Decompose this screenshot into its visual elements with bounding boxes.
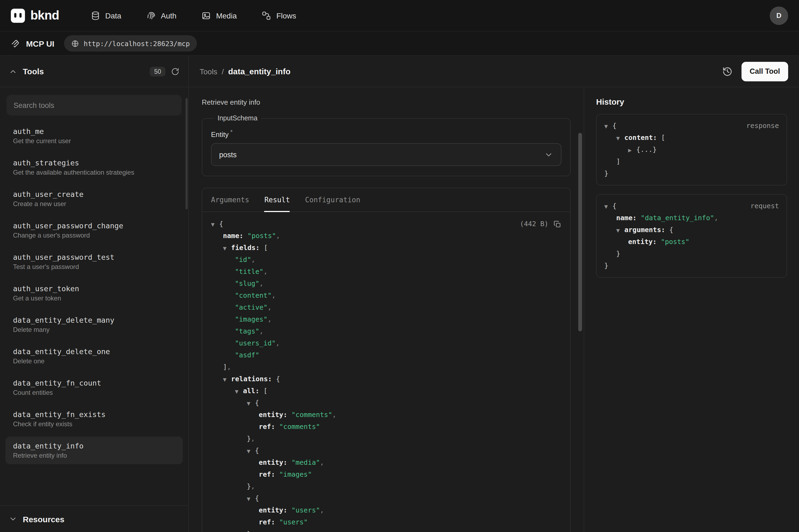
tool-description: Test a user's password [13,263,175,271]
sidebar-tool-auth_user_token[interactable]: auth_user_tokenGet a user token [5,279,183,307]
json-line: "content", [211,290,562,302]
sidebar-tool-data_entity_fn_count[interactable]: data_entity_fn_countCount entities [5,374,183,401]
entity-select[interactable]: posts [211,144,562,166]
tool-description: Delete many [13,326,175,334]
expand-caret-icon[interactable]: ▼ [616,224,624,236]
tool-name: auth_user_token [13,284,175,293]
json-line: ▼all: [ [211,385,562,397]
json-line: ▼{ [211,493,562,505]
globe-icon [71,39,79,48]
expand-caret-icon[interactable]: ▼ [211,218,219,230]
tool-description: Get the current user [13,137,175,145]
expand-caret-icon[interactable]: ▼ [235,385,243,398]
json-line: "images", [211,314,562,326]
history-entry-request[interactable]: ▼{requestname: "data_entity_info",▼argum… [596,194,787,278]
expand-caret-icon[interactable]: ▼ [604,120,612,132]
tool-description: Retrieve entity info [13,452,175,459]
sidebar-tool-data_entity_delete_one[interactable]: data_entity_delete_oneDelete one [5,342,183,370]
copy-button[interactable] [553,220,562,228]
tab-configuration[interactable]: Configuration [298,188,368,212]
tool-name: data_entity_fn_exists [13,410,175,419]
tool-description: Delete one [13,357,175,365]
tool-name: data_entity_info [13,441,175,450]
workflow-icon [262,11,271,20]
breadcrumb-root[interactable]: Tools [199,67,217,76]
json-line: name: "posts", [211,230,562,242]
main-scrollbar[interactable] [578,133,582,331]
mcp-bar: MCP UI http://localhost:28623/mcp [0,32,799,56]
sidebar-tool-auth_user_create[interactable]: auth_user_createCreate a new user [5,185,183,213]
json-line: entity: "users", [211,505,562,516]
sidebar-scrollbar[interactable] [186,98,188,209]
refresh-tools-button[interactable] [171,67,179,76]
tools-title: Tools [23,67,44,76]
json-line: entity: "comments", [211,409,562,421]
chevron-down-icon [9,515,17,523]
json-line: "users_id", [211,338,562,349]
expand-caret-icon[interactable]: ▼ [247,398,255,410]
nav-item-auth[interactable]: Auth [146,11,176,20]
sidebar-tool-data_entity_fn_exists[interactable]: data_entity_fn_existsCheck if entity exi… [5,405,183,433]
resources-section-header[interactable]: Resources [0,506,188,532]
chevron-down-icon [544,150,553,159]
tool-description: Check if entity exists [13,420,175,428]
json-line: ▼{ [211,397,562,409]
tool-name: auth_user_password_change [13,221,175,230]
brand[interactable]: bknd [11,8,59,23]
expand-caret-icon[interactable]: ▶ [628,144,636,156]
user-avatar[interactable]: D [770,6,788,25]
sidebar-tool-auth_me[interactable]: auth_meGet the current user [5,122,183,150]
sidebar-tool-auth_strategies[interactable]: auth_strategiesGet the available authent… [5,153,183,181]
sidebar-tool-data_entity_info[interactable]: data_entity_infoRetrieve entity info [5,437,183,464]
nav-item-label: Auth [161,11,176,20]
collapse-tools-icon[interactable] [9,67,17,76]
expand-caret-icon[interactable]: ▼ [223,374,231,385]
tool-list: auth_meGet the current userauth_strategi… [0,119,188,506]
result-json-viewer: ▼{(442 B)name: "posts",▼fields: ["id","t… [202,212,570,532]
json-line: ▼fields: [ [211,242,562,254]
tool-name: auth_user_password_test [13,253,175,261]
call-tool-button[interactable]: Call Tool [742,61,788,81]
expand-caret-icon[interactable]: ▼ [604,201,612,212]
tool-description: Create a new user [13,200,175,208]
top-navbar: bknd DataAuthMediaFlows D [0,0,799,32]
tab-result[interactable]: Result [257,188,298,212]
json-line: name: "data_entity_info", [604,212,779,224]
history-entry-type: response [746,120,779,132]
json-line: ref: "users" [211,516,562,529]
nav-item-data[interactable]: Data [91,11,121,20]
bknd-logo-icon [11,8,25,22]
expand-caret-icon[interactable]: ▼ [616,132,624,144]
sidebar-tool-auth_user_password_change[interactable]: auth_user_password_changeChange a user's… [5,216,183,244]
search-tools-input[interactable] [6,95,182,115]
primary-nav: DataAuthMediaFlows [91,11,296,20]
json-line: } [211,529,562,532]
json-line: ▼{ [211,445,562,457]
expand-caret-icon[interactable]: ▼ [247,493,255,505]
expand-caret-icon[interactable]: ▼ [223,242,231,254]
tool-body: Retrieve entity info InputSchema Entity*… [189,87,799,532]
tool-name: data_entity_delete_many [13,316,175,324]
sidebar-tool-auth_user_password_test[interactable]: auth_user_password_testTest a user's pas… [5,248,183,276]
json-line: "active", [211,302,562,314]
breadcrumb: Tools / data_entity_info [199,67,290,76]
history-button[interactable] [722,66,733,77]
sidebar-tool-data_entity_delete_many[interactable]: data_entity_delete_manyDelete many [5,311,183,338]
tool-name: auth_me [13,127,175,136]
result-box: ArgumentsResultConfiguration ▼{(442 B)na… [202,188,571,532]
entity-select-value: posts [219,151,237,159]
json-line: ▼{request [604,200,779,212]
json-line: entity: "media", [211,457,562,469]
history-entry-type: request [750,200,779,212]
expand-caret-icon[interactable]: ▼ [247,445,255,457]
resources-title: Resources [23,514,64,524]
json-line: "asdf" [211,349,562,361]
nav-item-media[interactable]: Media [202,11,237,20]
history-entry-response[interactable]: ▼{response▼content: [▶{...}]} [596,114,787,186]
required-mark: * [230,129,233,135]
tool-name: data_entity_fn_count [13,379,175,387]
mcp-url-pill[interactable]: http://localhost:28623/mcp [64,35,197,52]
nav-item-flows[interactable]: Flows [262,11,296,20]
json-line: ▼content: [ [604,132,779,144]
tab-arguments[interactable]: Arguments [204,188,257,212]
